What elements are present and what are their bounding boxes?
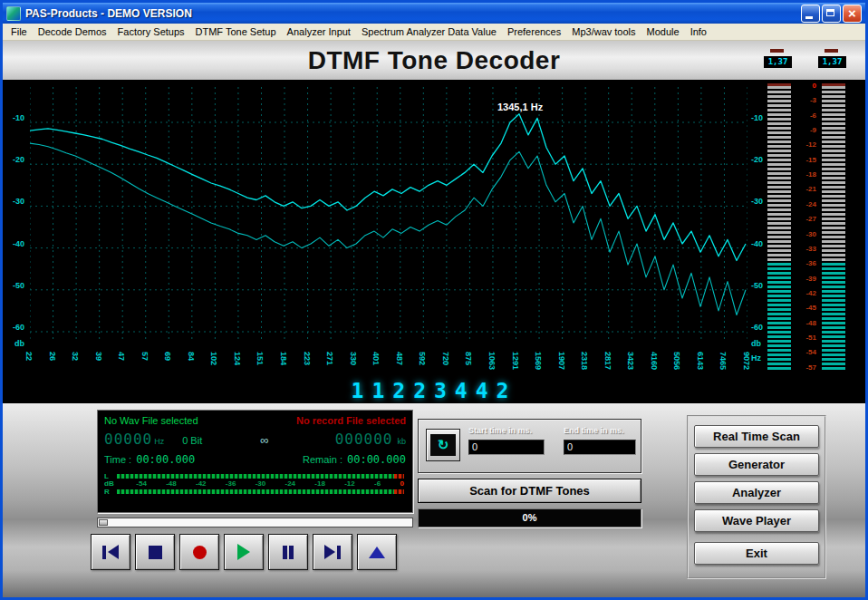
spectrum-plot: 1345,1 Hz	[30, 83, 747, 344]
meter-scale-tick: -18	[805, 170, 816, 179]
pause-button[interactable]	[268, 534, 308, 570]
menu-item-info[interactable]: Info	[685, 24, 712, 39]
y-axis-tick: -60	[751, 323, 763, 332]
x-axis-tick: 1569	[534, 352, 543, 370]
left-level-bar	[117, 474, 404, 479]
nav-exit-button[interactable]: Exit	[694, 542, 819, 565]
title-bar: PAS-Products - DEMO VERSION	[3, 3, 865, 24]
transport-controls	[91, 534, 397, 570]
y-axis-tick: -50	[13, 281, 24, 290]
position-slider[interactable]	[97, 518, 413, 527]
menu-item-module[interactable]: Module	[641, 24, 685, 39]
app-window: PAS-Products - DEMO VERSION FileDecode D…	[0, 0, 868, 600]
spectrum-analyzer: -10-20-30-40-50-60db 1345,1 Hz 222632394…	[3, 80, 865, 379]
skip-start-button[interactable]	[91, 534, 130, 570]
close-button[interactable]	[843, 5, 862, 23]
menu-item-factory-setups[interactable]: Factory Setups	[112, 24, 190, 39]
y-axis-tick: -10	[751, 113, 763, 122]
menu-item-mp3-wav-tools[interactable]: Mp3/wav tools	[566, 24, 641, 39]
page-title: DTMF Tone Decoder	[3, 41, 865, 81]
x-axis-tick: 26	[48, 352, 57, 361]
scan-dtmf-button[interactable]: Scan for DTMF Tones	[418, 479, 641, 503]
x-axis-tick: 875	[464, 352, 473, 365]
loop-button[interactable]: ↻	[426, 429, 460, 461]
meter-scale-tick: -24	[805, 200, 816, 208]
lcd-db-scale: dB -54-48-42-36-30-24-18-12-60	[104, 479, 406, 489]
mode-buttons-frame: Real Time ScanGeneratorAnalyzerWave Play…	[687, 415, 826, 579]
y-axis-tick: -50	[751, 281, 763, 290]
nav-analyzer-button[interactable]: Analyzer	[694, 481, 819, 504]
wav-status: No Wav File selected	[104, 415, 198, 426]
y-axis-tick: -30	[13, 197, 24, 206]
player-display: No Wav File selected No record File sele…	[97, 410, 413, 513]
nav-real-time-scan-button[interactable]: Real Time Scan	[694, 425, 819, 448]
x-axis-tick: 720	[441, 352, 450, 365]
menu-item-preferences[interactable]: Preferences	[502, 24, 566, 39]
x-axis-tick: 4160	[650, 352, 659, 370]
meter-scale-tick: -27	[805, 215, 816, 223]
x-axis-tick: 7465	[719, 352, 728, 370]
menu-item-analyzer-input[interactable]: Analyzer Input	[282, 24, 356, 39]
menu-item-dtmf-tone-setup[interactable]: DTMF Tone Setup	[190, 24, 282, 39]
stop-button[interactable]	[135, 534, 175, 570]
time-label: Time :	[104, 454, 131, 465]
window-title: PAS-Products - DEMO VERSION	[25, 7, 801, 20]
meter-scale-tick: -12	[805, 140, 816, 149]
eject-button[interactable]	[357, 534, 397, 570]
x-axis-tick: 1063	[487, 352, 497, 370]
y-axis-tick: -20	[13, 155, 24, 164]
meter-scale-tick: -45	[805, 304, 816, 312]
y-axis-left: -10-20-30-40-50-60db	[3, 80, 26, 379]
menu-bar: FileDecode DemosFactory SetupsDTMF Tone …	[3, 24, 865, 41]
meter-scale-tick: -9	[810, 126, 816, 134]
nav-wave-player-button[interactable]: Wave Player	[694, 509, 819, 532]
skip-end-button[interactable]	[313, 534, 352, 570]
level-meter-left	[767, 83, 791, 372]
y-axis-tick: -10	[13, 113, 24, 122]
lcd-scale-tick: 0	[400, 479, 403, 488]
meter-scale-tick: -48	[805, 319, 816, 327]
meter-scale-tick: -15	[805, 156, 816, 164]
end-time-input[interactable]	[564, 440, 636, 455]
record-button[interactable]	[179, 534, 219, 570]
decoded-digits: 11223442	[352, 379, 517, 402]
position-slider-handle[interactable]	[99, 519, 108, 526]
x-axis-tick: 401	[371, 352, 381, 365]
window-controls	[801, 5, 862, 23]
x-axis-tick: 271	[325, 352, 334, 365]
x-axis-tick: 102	[209, 352, 218, 365]
meter-scale-tick: -30	[805, 230, 816, 238]
meter-scale-tick: -36	[805, 259, 816, 267]
record-icon	[193, 546, 207, 559]
lcd-scale-tick: -48	[166, 479, 177, 488]
scan-time-group: ↻ Start time in ms. End time in ms.	[418, 419, 641, 473]
x-axis-tick: 84	[187, 352, 196, 361]
menu-item-file[interactable]: File	[5, 24, 33, 39]
x-axis-frequency: 2226323947576984102124151184223271330401…	[30, 350, 747, 379]
minimize-button[interactable]	[801, 5, 820, 23]
start-time-input[interactable]	[468, 440, 545, 455]
y-axis-unit: db	[14, 339, 24, 348]
x-axis-tick: 1291	[511, 352, 520, 370]
meter-scale-tick: -51	[805, 334, 816, 342]
maximize-button[interactable]	[822, 5, 841, 23]
peak-readout-left: 1,37	[764, 56, 792, 68]
peak-hold-tick-left	[770, 49, 784, 53]
sample-rate-value: 00000	[104, 431, 152, 448]
header: DTMF Tone Decoder 1,37 1,37	[3, 41, 865, 80]
peak-frequency-annotation: 1345,1 Hz	[497, 102, 544, 112]
control-panel: No Wav File selected No record File sele…	[3, 403, 865, 597]
play-button[interactable]	[224, 534, 264, 570]
lcd-scale-tick: -6	[374, 479, 381, 488]
lcd-scale-tick: -24	[285, 479, 296, 488]
x-axis-tick: 151	[256, 352, 265, 365]
record-status: No record File selected	[296, 415, 406, 426]
menu-item-spectrum-analyzer-data-value[interactable]: Spectrum Analyzer Data Value	[356, 24, 502, 39]
lcd-scale-tick: -18	[314, 479, 325, 488]
start-time-field: Start time in ms.	[468, 426, 545, 455]
peak-readout-right: 1,37	[818, 56, 846, 68]
nav-generator-button[interactable]: Generator	[694, 453, 819, 476]
x-axis-tick: 124	[233, 352, 242, 365]
x-axis-tick: 3423	[626, 352, 635, 370]
menu-item-decode-demos[interactable]: Decode Demos	[33, 24, 112, 39]
